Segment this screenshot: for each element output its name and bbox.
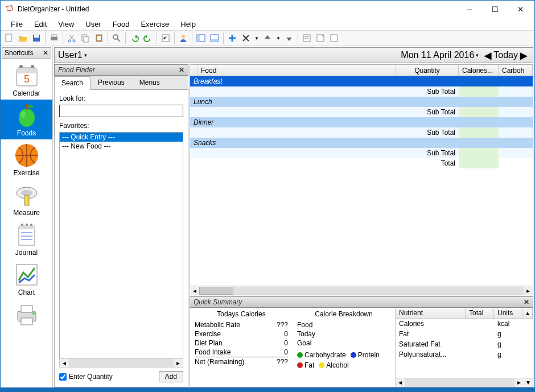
scroll-right-icon[interactable]: ▸	[515, 378, 524, 387]
scroll-down-icon[interactable]: ▾	[524, 378, 533, 387]
date-dropdown[interactable]: Mon 11 April 2016 ▾	[401, 50, 479, 60]
delete-icon[interactable]	[240, 32, 252, 44]
maximize-button[interactable]: ☐	[482, 1, 508, 17]
shortcuts-close-icon[interactable]: ✕	[43, 49, 48, 57]
undo-icon[interactable]	[128, 32, 141, 44]
layout-bottom-icon[interactable]	[208, 32, 221, 44]
move-down-icon[interactable]	[283, 32, 295, 44]
food-log-table: Food Quantity Calories... Carboh Breakfa…	[190, 64, 533, 295]
menu-user[interactable]: User	[80, 19, 106, 30]
menu-help[interactable]: Help	[175, 19, 201, 30]
col-qty-header[interactable]: Quantity	[396, 65, 459, 76]
nutrient-col-total[interactable]: Total	[466, 308, 494, 319]
shortcut-print[interactable]	[1, 299, 52, 331]
add-button[interactable]: Add	[159, 371, 183, 382]
prev-day-button[interactable]: ◀	[482, 50, 493, 61]
svg-rect-10	[97, 36, 101, 40]
tab-previous[interactable]: Previous	[90, 76, 132, 89]
menu-exercise[interactable]: Exercise	[135, 19, 175, 30]
col-cal-header[interactable]: Calories...	[459, 65, 499, 76]
quick-summary-title: Quick Summary ✕	[190, 296, 533, 308]
shortcut-measure[interactable]: Measure	[1, 179, 52, 219]
shortcut-foods[interactable]: Foods	[1, 100, 52, 139]
legend-protein: Protein	[351, 351, 380, 359]
favorite-item[interactable]: --- Quick Entry ---	[60, 133, 183, 142]
menu-edit[interactable]: Edit	[28, 19, 52, 30]
user-dropdown[interactable]: User1 ▾	[58, 50, 87, 60]
nutrient-row[interactable]: Polyunsaturat...g	[396, 350, 533, 360]
scrollbar-track[interactable]	[69, 359, 174, 367]
favorite-item[interactable]: --- New Food ---	[60, 142, 183, 151]
svg-point-30	[21, 111, 26, 118]
tab-menus[interactable]: Menus	[132, 76, 167, 89]
menu-view[interactable]: View	[52, 19, 80, 30]
dropdown-arrow-icon: ▾	[476, 52, 479, 58]
svg-text:5: 5	[23, 73, 29, 85]
today-button[interactable]: Today	[493, 50, 518, 60]
nutrient-row[interactable]: Saturated Fatg	[396, 340, 533, 350]
scroll-right-icon[interactable]: ▸	[524, 287, 533, 295]
food-finder-title: Food Finder ✕	[54, 64, 188, 76]
quick-summary-close-icon[interactable]: ✕	[524, 298, 529, 306]
note1-icon[interactable]	[301, 32, 313, 44]
shortcut-exercise[interactable]: Exercise	[1, 139, 52, 179]
scroll-right-icon[interactable]: ▸	[174, 359, 183, 367]
scroll-left-icon[interactable]: ◂	[190, 287, 199, 295]
food-finder-close-icon[interactable]: ✕	[179, 66, 184, 74]
todays-calories-section: Todays Calories Metabolic Rate??? Exerci…	[190, 308, 293, 387]
cut-icon[interactable]	[65, 32, 78, 44]
save-icon[interactable]	[30, 32, 43, 44]
calendar-icon: 5	[13, 62, 40, 89]
scroll-up-icon[interactable]: ▴	[522, 308, 533, 319]
look-for-input[interactable]	[59, 105, 183, 117]
svg-rect-23	[331, 35, 338, 42]
scrollbar-track[interactable]	[199, 287, 524, 295]
copy-icon[interactable]	[79, 32, 92, 44]
meal-row-snacks[interactable]: Snacks	[190, 138, 533, 148]
scrollbar-track[interactable]	[405, 378, 515, 387]
favorites-list[interactable]: --- Quick Entry --- --- New Food ---	[59, 132, 183, 358]
enter-quantity-checkbox[interactable]	[59, 373, 67, 381]
scroll-left-icon[interactable]: ◂	[60, 359, 69, 367]
nutrient-col-name[interactable]: Nutrient	[396, 308, 466, 319]
layout-side-icon[interactable]	[195, 32, 207, 44]
svg-rect-34	[24, 195, 29, 205]
tab-search[interactable]: Search	[54, 76, 90, 90]
shortcut-journal[interactable]: Journal	[1, 219, 52, 259]
open-icon[interactable]	[17, 32, 29, 44]
new-icon[interactable]	[3, 32, 15, 44]
paste-icon[interactable]	[93, 32, 105, 44]
chart-icon	[13, 261, 40, 288]
close-button[interactable]: ✕	[508, 1, 533, 17]
minimize-button[interactable]: ─	[456, 1, 482, 17]
menu-food[interactable]: Food	[107, 19, 135, 30]
checklist-icon[interactable]	[159, 32, 172, 44]
shortcut-chart[interactable]: Chart	[1, 259, 52, 299]
meal-row-breakfast[interactable]: Breakfast	[190, 76, 533, 86]
nutrient-col-units[interactable]: Units	[494, 308, 522, 319]
note3-icon[interactable]	[328, 32, 340, 44]
quick-summary-panel: Quick Summary ✕ Todays Calories Metaboli…	[190, 296, 533, 387]
user-icon[interactable]	[177, 32, 190, 44]
search-icon[interactable]	[110, 32, 123, 44]
print-icon[interactable]	[48, 32, 60, 44]
subtotal-row: Sub Total	[190, 127, 533, 138]
app-window: DietOrganizer - Untitled ─ ☐ ✕ File Edit…	[0, 0, 535, 388]
journal-icon	[13, 221, 40, 249]
meal-row-lunch[interactable]: Lunch	[190, 97, 533, 107]
move-up-icon[interactable]	[261, 32, 274, 44]
col-food-header[interactable]: Food	[197, 65, 396, 76]
scroll-left-icon[interactable]: ◂	[396, 378, 405, 387]
nutrient-row[interactable]: Fatg	[396, 329, 533, 340]
menu-file[interactable]: File	[5, 19, 28, 30]
meal-row-dinner[interactable]: Dinner	[190, 117, 533, 127]
col-carb-header[interactable]: Carboh	[499, 65, 533, 76]
note2-icon[interactable]	[314, 32, 327, 44]
redo-icon[interactable]	[142, 32, 154, 44]
legend-fat: Fat	[297, 361, 314, 369]
add-icon[interactable]	[226, 32, 238, 44]
shortcut-calendar[interactable]: 5 Calendar	[1, 60, 52, 100]
next-day-button[interactable]: ▶	[518, 50, 529, 61]
nutrient-row[interactable]: Calorieskcal	[396, 319, 533, 329]
svg-rect-8	[84, 36, 88, 42]
